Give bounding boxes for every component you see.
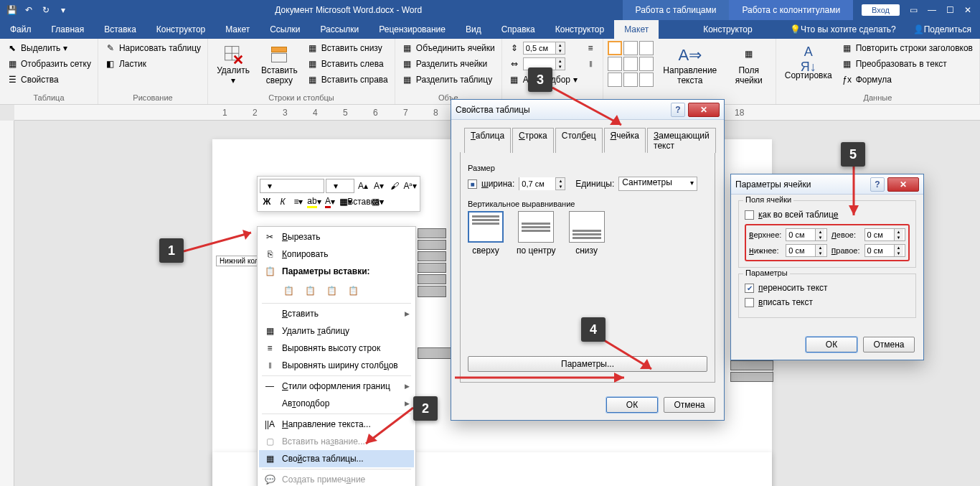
dialog2-cancel-button[interactable]: Отмена <box>863 337 915 352</box>
insert-right-button[interactable]: ▦Вставить справа <box>305 73 390 87</box>
ctx-border-styles[interactable]: —Стили оформления границ▶ <box>259 378 414 395</box>
tab-references[interactable]: Ссылки <box>260 20 310 39</box>
select-button[interactable]: ⬉Выделить ▾ <box>4 41 93 55</box>
repeat-header-button[interactable]: ▦Повторить строки заголовков <box>839 41 975 55</box>
dialog2-help-button[interactable]: ? <box>870 177 885 192</box>
width-input[interactable] <box>519 177 555 190</box>
dialog1-close-button[interactable]: ✕ <box>688 103 720 117</box>
formula-button[interactable]: ƒxФормула <box>839 73 975 87</box>
dialog2-close-button[interactable]: ✕ <box>887 177 919 192</box>
same-as-table-checkbox[interactable] <box>745 210 754 220</box>
delete-mini-button[interactable]: ▦▾ <box>370 195 385 209</box>
save-icon[interactable]: 💾 <box>6 4 17 16</box>
tab-view[interactable]: Вид <box>456 20 491 39</box>
split-cells-button[interactable]: ▦Разделить ячейки <box>400 57 497 71</box>
styles-icon[interactable]: Aᵃ▾ <box>403 179 418 193</box>
row-height[interactable]: ⇕▲▼ <box>507 41 580 55</box>
draw-table-button[interactable]: ✎Нарисовать таблицу <box>103 41 203 55</box>
merge-cells-button[interactable]: ▦Объединить ячейки <box>400 41 497 55</box>
dist-rows-button[interactable]: ≡ <box>583 41 598 55</box>
qat-more-icon[interactable]: ▾ <box>57 4 69 16</box>
dlg1-tab-column[interactable]: Столбец <box>555 128 603 153</box>
valign-center[interactable]: по центру <box>517 211 556 256</box>
ctx-dist-rows[interactable]: ≡Выровнять высоту строк <box>259 340 414 357</box>
minimize-icon[interactable]: — <box>928 5 936 15</box>
dialog1-ok-button[interactable]: ОК <box>606 397 658 413</box>
width-checkbox[interactable]: ■ <box>468 179 477 189</box>
dialog1-help-button[interactable]: ? <box>671 103 685 117</box>
bold-button[interactable]: Ж <box>260 195 274 209</box>
paste-merge[interactable]: 📋 <box>301 281 319 300</box>
cell-alignment-grid[interactable] <box>608 41 654 88</box>
insert-button[interactable]: ▦ Вставка▾ <box>354 195 369 209</box>
dist-cols-button[interactable]: ⦀ <box>583 57 598 71</box>
dlg1-tab-table[interactable]: Таблица <box>464 128 511 153</box>
paste-keep-source[interactable]: 📋 <box>279 281 298 300</box>
tab-insert[interactable]: Вставка <box>94 20 146 39</box>
tab-header-design[interactable]: Конструктор <box>693 20 762 39</box>
tell-me[interactable]: 💡 Что вы хотите сделать? <box>781 20 905 39</box>
delete-button[interactable]: Удалить▾ <box>212 41 254 88</box>
view-gridlines-button[interactable]: ▦Отобразить сетку <box>4 57 93 71</box>
tab-table-layout[interactable]: Макет <box>614 20 659 39</box>
paste-picture[interactable]: 📋 <box>322 281 341 300</box>
tab-mailings[interactable]: Рассылки <box>310 20 369 39</box>
tab-home[interactable]: Главная <box>42 20 95 39</box>
ribbon-display-icon[interactable]: ▭ <box>910 5 918 15</box>
properties-button[interactable]: ☰Свойства <box>4 73 93 87</box>
insert-left-button[interactable]: ▦Вставить слева <box>305 57 390 71</box>
margin-bottom-input[interactable] <box>786 245 815 256</box>
font-family-select[interactable]: ▾ <box>260 179 324 193</box>
dialog2-ok-button[interactable]: ОК <box>806 337 857 352</box>
units-select[interactable]: Сантиметры <box>618 177 697 191</box>
login-button[interactable]: Вход <box>862 4 900 16</box>
format-painter-icon[interactable]: 🖌 <box>387 179 402 193</box>
fit-text-checkbox[interactable] <box>745 298 754 307</box>
valign-bottom[interactable]: снизу <box>569 211 605 256</box>
grow-font-icon[interactable]: A▴ <box>356 179 370 193</box>
cell-margins-button[interactable]: ▦Поля ячейки <box>727 41 771 88</box>
ctx-cut[interactable]: ✂Вырезать <box>259 228 414 246</box>
tab-file[interactable]: Файл <box>0 20 42 39</box>
tab-table-design[interactable]: Конструктор <box>545 20 614 39</box>
valign-top[interactable]: сверху <box>468 211 504 256</box>
eraser-button[interactable]: ◧Ластик <box>103 57 203 71</box>
cell-options-button[interactable]: Параметры... <box>468 356 707 372</box>
margin-right-input[interactable] <box>865 245 894 256</box>
tab-layout[interactable]: Макет <box>215 20 260 39</box>
tab-design[interactable]: Конструктор <box>146 20 215 39</box>
dlg1-tab-alttext[interactable]: Замещающий текст <box>647 128 716 153</box>
italic-button[interactable]: К <box>275 195 290 209</box>
ctx-insert[interactable]: Вставить▶ <box>259 305 414 322</box>
sort-button[interactable]: AЯ↓Сортировка <box>781 41 837 88</box>
dlg1-tab-cell[interactable]: Ячейка <box>604 128 646 153</box>
font-color-button[interactable]: A▾ <box>323 195 337 209</box>
tab-help[interactable]: Справка <box>491 20 545 39</box>
maximize-icon[interactable]: ☐ <box>946 5 954 15</box>
text-direction-button[interactable]: A⇒Направление текста <box>656 41 724 88</box>
ctx-copy[interactable]: ⎘Копировать <box>259 246 414 263</box>
redo-icon[interactable]: ↻ <box>40 4 52 16</box>
insert-above-button[interactable]: Вставить сверху <box>257 41 302 88</box>
spin-up[interactable]: ▲ <box>556 42 565 48</box>
margin-left-input[interactable] <box>865 229 894 240</box>
ctx-table-properties[interactable]: ▦Свойства таблицы... <box>259 450 414 467</box>
highlight-button[interactable]: ab▾ <box>307 195 321 209</box>
share-button[interactable]: 👤 Поделиться <box>905 20 980 39</box>
align-tl[interactable] <box>608 41 622 55</box>
dialog1-cancel-button[interactable]: Отмена <box>664 397 715 413</box>
align-button[interactable]: ≡▾ <box>291 195 306 209</box>
row-height-input[interactable] <box>524 42 555 54</box>
insert-below-button[interactable]: ▦Вставить снизу <box>305 41 390 55</box>
convert-text-button[interactable]: ▦Преобразовать в текст <box>839 57 975 71</box>
split-table-button[interactable]: ▦Разделить таблицу <box>400 73 497 87</box>
font-size-select[interactable]: ▾ <box>326 179 354 193</box>
wrap-text-checkbox[interactable]: ✔ <box>745 284 754 293</box>
ctx-autofit[interactable]: Автоподбор▶ <box>259 395 414 412</box>
undo-icon[interactable]: ↶ <box>23 4 34 16</box>
dlg1-tab-row[interactable]: Строка <box>512 128 554 153</box>
ctx-text-direction[interactable]: ||AНаправление текста... <box>259 416 414 433</box>
shrink-font-icon[interactable]: A▾ <box>372 179 386 193</box>
paste-text[interactable]: 📋 <box>344 281 362 300</box>
ctx-delete-table[interactable]: ▦Удалить таблицу <box>259 322 414 340</box>
